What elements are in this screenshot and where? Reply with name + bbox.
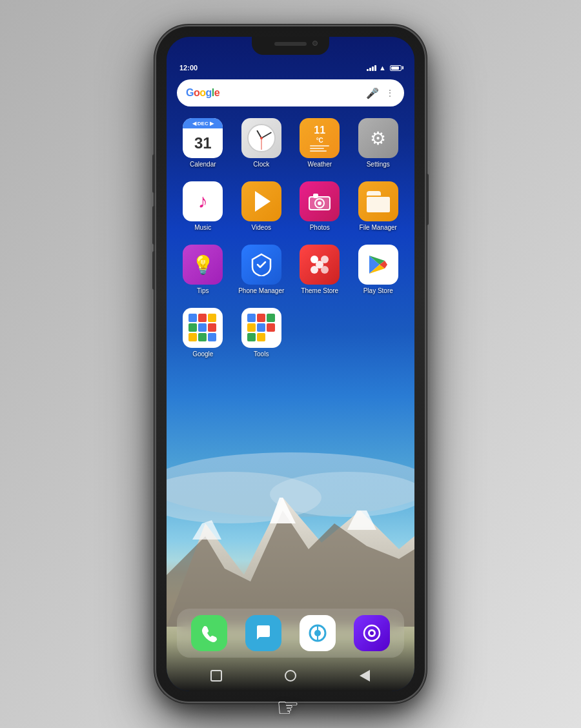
app-weather-label: Weather: [307, 161, 332, 168]
settings-icon: ⚙: [370, 128, 386, 149]
svg-rect-33: [267, 323, 275, 332]
app-themestore[interactable]: Theme Store: [294, 245, 346, 295]
search-bar[interactable]: Google 🎤 ⋮: [177, 79, 404, 106]
cursor-hand: ☞: [276, 693, 300, 722]
search-bar-wrapper: Google 🎤 ⋮: [167, 74, 414, 112]
google-logo: Google: [186, 87, 366, 99]
tools-app-icon: [246, 312, 277, 343]
app-filemanager-label: File Manager: [360, 224, 397, 232]
microphone-icon[interactable]: 🎤: [366, 87, 379, 99]
svg-rect-21: [208, 314, 216, 322]
app-google[interactable]: Google: [177, 308, 229, 358]
more-options-icon[interactable]: ⋮: [385, 88, 395, 98]
app-tools-label: Tools: [254, 350, 269, 358]
app-grid-row3: 💡 Tips Phone Manager: [167, 238, 414, 301]
nav-bar: [167, 663, 414, 691]
svg-rect-28: [247, 314, 256, 322]
svg-rect-34: [247, 333, 256, 341]
svg-rect-23: [198, 323, 207, 332]
svg-rect-13: [313, 194, 318, 198]
dock: [177, 609, 404, 658]
music-icon: ♪: [198, 190, 208, 212]
dock-camera[interactable]: [354, 615, 390, 651]
dock-mirror-icon: [300, 615, 336, 651]
svg-rect-32: [257, 323, 265, 332]
status-time: 12:00: [179, 64, 198, 72]
dock-phone-icon: [191, 615, 227, 651]
app-calendar[interactable]: ◀ DEC ▶ 31 Calendar: [177, 118, 229, 168]
svg-rect-31: [247, 323, 256, 332]
svg-rect-27: [208, 333, 216, 341]
filemanager-icon: [367, 191, 390, 212]
app-tips[interactable]: 💡 Tips: [177, 245, 229, 295]
app-clock-label: Clock: [253, 161, 269, 168]
notch: [252, 37, 329, 55]
svg-rect-19: [189, 314, 197, 322]
app-grid-row2: ♪ Music Videos: [167, 175, 414, 238]
app-playstore-label: Play Store: [363, 287, 393, 295]
app-grid-row4: Google: [167, 301, 414, 365]
svg-rect-26: [198, 333, 207, 341]
app-calendar-label: Calendar: [190, 161, 216, 168]
phone-device: 12:00 ▲ G: [155, 25, 426, 703]
app-videos-label: Videos: [252, 224, 271, 232]
app-weather[interactable]: 11 °C Weather: [294, 118, 346, 168]
nav-recent-button[interactable]: [207, 667, 225, 685]
phone-screen: 12:00 ▲ G: [167, 37, 414, 691]
photos-icon: [308, 192, 331, 211]
videos-icon: [255, 191, 270, 212]
themestore-icon: [308, 253, 331, 276]
app-filemanager[interactable]: File Manager: [352, 181, 405, 232]
speaker: [274, 42, 307, 46]
svg-point-18: [316, 261, 323, 268]
front-camera: [312, 41, 318, 46]
playstore-icon: [367, 253, 390, 276]
app-tools[interactable]: Tools: [236, 308, 288, 358]
svg-point-12: [318, 201, 321, 205]
svg-rect-25: [189, 333, 197, 341]
app-phonemanager-label: Phone Manager: [238, 287, 284, 295]
app-themestore-label: Theme Store: [301, 287, 338, 295]
dock-mirror[interactable]: [300, 615, 336, 651]
nav-home-button[interactable]: [281, 667, 300, 685]
phonemanager-icon: [251, 253, 272, 276]
app-photos[interactable]: Photos: [294, 181, 346, 232]
app-settings-label: Settings: [367, 161, 390, 168]
wifi-icon: ▲: [379, 64, 386, 72]
app-settings[interactable]: ⚙ Settings: [352, 118, 405, 168]
screen-content: 12:00 ▲ G: [167, 37, 414, 691]
svg-rect-30: [267, 314, 275, 322]
svg-rect-24: [208, 323, 216, 332]
wallpaper-spacer: [167, 365, 414, 603]
app-clock[interactable]: Clock: [236, 118, 288, 168]
app-photos-label: Photos: [310, 224, 330, 232]
nav-back-button[interactable]: [356, 667, 374, 685]
app-music[interactable]: ♪ Music: [177, 181, 229, 232]
weather-icon: 11 °C: [310, 125, 329, 152]
google-app-icon: [187, 312, 218, 343]
clock-icon: [247, 124, 276, 152]
app-music-label: Music: [194, 224, 211, 232]
app-tips-label: Tips: [197, 287, 209, 295]
dock-messages[interactable]: [245, 615, 281, 651]
app-playstore[interactable]: Play Store: [352, 245, 405, 295]
signal-icon: [367, 65, 376, 71]
calendar-icon: ◀ DEC ▶ 31: [183, 118, 223, 158]
app-google-label: Google: [192, 350, 213, 358]
app-phonemanager[interactable]: Phone Manager: [236, 245, 288, 295]
dock-camera-icon: [354, 615, 390, 651]
svg-point-41: [370, 631, 374, 635]
dock-phone[interactable]: [191, 615, 227, 651]
tips-icon: 💡: [192, 254, 214, 276]
app-grid-row1: ◀ DEC ▶ 31 Calendar: [167, 112, 414, 175]
svg-rect-20: [198, 314, 207, 322]
status-bar: 12:00 ▲: [167, 59, 414, 74]
status-indicators: ▲: [367, 64, 402, 72]
dock-messages-icon: [245, 615, 281, 651]
battery-icon: [390, 65, 402, 71]
svg-rect-22: [189, 323, 197, 332]
svg-rect-35: [257, 333, 265, 341]
svg-rect-29: [257, 314, 265, 322]
app-videos[interactable]: Videos: [236, 181, 288, 232]
